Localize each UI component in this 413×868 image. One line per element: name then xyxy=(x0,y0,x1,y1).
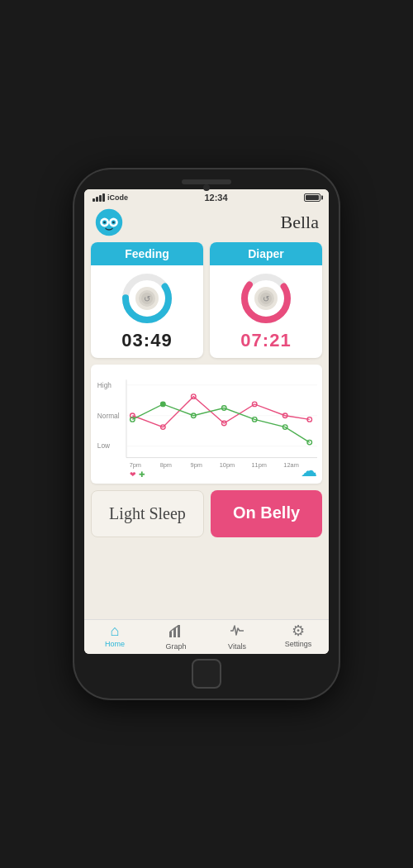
feeding-time: 03:49 xyxy=(121,330,172,351)
battery-fill xyxy=(306,195,319,200)
status-bar: iCode 12:34 xyxy=(84,189,329,204)
phone-frame: iCode 12:34 Bella xyxy=(74,169,339,699)
diaper-donut: ↺ xyxy=(240,272,292,325)
svg-rect-50 xyxy=(173,628,176,637)
svg-text:High: High xyxy=(97,381,112,389)
cloud-icon: ☁ xyxy=(301,460,317,480)
svg-point-41 xyxy=(161,402,166,407)
status-time: 12:34 xyxy=(204,193,227,203)
position-card[interactable]: On Belly xyxy=(211,490,322,537)
feeding-body: ↺ 03:49 xyxy=(91,265,203,358)
tab-vitals[interactable]: Vitals xyxy=(206,623,268,651)
tab-home[interactable]: ⌂ Home xyxy=(84,623,145,651)
baby-name: Bella xyxy=(281,212,319,233)
position-label: On Belly xyxy=(233,503,300,522)
home-button[interactable] xyxy=(192,659,221,689)
diaper-time: 07:21 xyxy=(240,330,291,351)
signal-icon xyxy=(93,193,105,202)
svg-text:❤: ❤ xyxy=(130,470,136,477)
diaper-card[interactable]: Diaper ↺ 07:21 xyxy=(210,242,322,358)
svg-text:↺: ↺ xyxy=(263,294,269,303)
sleep-card[interactable]: Light Sleep xyxy=(91,490,204,537)
chart-area: High Normal Low 7pm 8pm xyxy=(91,365,322,484)
svg-text:12am: 12am xyxy=(283,461,298,469)
owl-logo xyxy=(94,207,124,237)
feeding-card[interactable]: Feeding ↺ 03:49 xyxy=(91,242,203,358)
diaper-header: Diaper xyxy=(210,242,322,265)
bottom-cards: Light Sleep On Belly xyxy=(84,490,329,542)
tab-bar: ⌂ Home Graph xyxy=(84,619,329,654)
tab-home-label: Home xyxy=(105,640,125,648)
diaper-body: ↺ 07:21 xyxy=(210,265,322,358)
carrier-label: iCode xyxy=(107,193,128,202)
timer-row: Feeding ↺ 03:49 xyxy=(84,242,329,365)
feeding-donut: ↺ xyxy=(121,272,173,325)
phone-screen: iCode 12:34 Bella xyxy=(84,189,329,654)
svg-rect-49 xyxy=(169,632,172,637)
phone-camera xyxy=(203,184,210,191)
svg-text:8pm: 8pm xyxy=(160,461,172,469)
svg-rect-51 xyxy=(178,625,180,637)
tab-vitals-label: Vitals xyxy=(228,642,246,651)
tab-graph-label: Graph xyxy=(165,642,186,651)
main-content: Feeding ↺ 03:49 xyxy=(84,242,329,619)
svg-text:✚: ✚ xyxy=(139,470,145,477)
svg-text:Normal: Normal xyxy=(97,412,120,420)
feeding-header: Feeding xyxy=(91,242,203,265)
settings-icon: ⚙ xyxy=(292,623,305,638)
graph-icon xyxy=(169,623,183,641)
tab-graph[interactable]: Graph xyxy=(145,623,206,651)
svg-text:7pm: 7pm xyxy=(130,461,141,469)
svg-text:Low: Low xyxy=(97,441,111,450)
svg-point-6 xyxy=(112,222,115,224)
app-header: Bella xyxy=(84,204,329,242)
svg-text:10pm: 10pm xyxy=(220,461,235,469)
svg-text:↺: ↺ xyxy=(144,294,150,303)
sleep-label: Light Sleep xyxy=(109,504,186,522)
tab-settings[interactable]: ⚙ Settings xyxy=(268,623,329,651)
home-icon: ⌂ xyxy=(111,623,120,638)
tab-settings-label: Settings xyxy=(285,640,312,648)
svg-text:11pm: 11pm xyxy=(252,461,267,469)
chart-svg: High Normal Low 7pm 8pm xyxy=(96,370,317,477)
battery-icon xyxy=(304,193,320,202)
svg-text:9pm: 9pm xyxy=(191,461,202,469)
vitals-icon xyxy=(230,623,244,641)
svg-point-5 xyxy=(103,222,106,224)
